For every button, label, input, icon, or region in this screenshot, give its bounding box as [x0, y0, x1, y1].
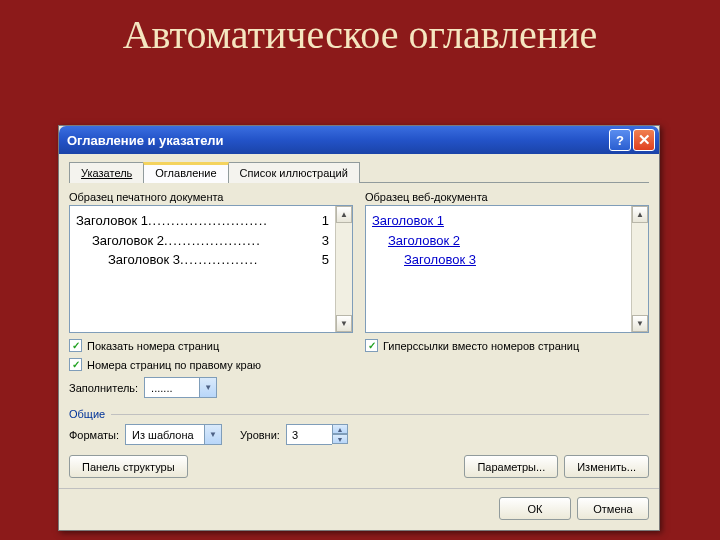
print-preview-label: Образец печатного документа [69, 191, 353, 203]
spin-up-icon[interactable]: ▲ [332, 424, 348, 434]
tab-index[interactable]: Указатель [69, 162, 144, 183]
params-button[interactable]: Параметры... [464, 455, 558, 478]
levels-label: Уровни: [240, 429, 280, 441]
print-preview: Заголовок 1..........................1 З… [69, 205, 353, 333]
show-pages-label: Показать номера страниц [87, 340, 219, 352]
outline-button[interactable]: Панель структуры [69, 455, 188, 478]
scrollbar[interactable]: ▲▼ [335, 206, 352, 332]
checkbox-hyperlinks[interactable]: ✓ [365, 339, 378, 352]
slide-title: Автоматическое оглавление [0, 0, 720, 58]
levels-input[interactable]: 3 [286, 424, 332, 445]
formats-label: Форматы: [69, 429, 119, 441]
help-button[interactable]: ? [609, 129, 631, 151]
hyperlinks-label: Гиперссылки вместо номеров страниц [383, 340, 579, 352]
modify-button[interactable]: Изменить... [564, 455, 649, 478]
scrollbar[interactable]: ▲▼ [631, 206, 648, 332]
chevron-down-icon[interactable]: ▼ [199, 378, 216, 397]
leader-label: Заполнитель: [69, 382, 138, 394]
formats-combo[interactable]: Из шаблона▼ [125, 424, 222, 445]
close-button[interactable]: ✕ [633, 129, 655, 151]
right-align-label: Номера страниц по правому краю [87, 359, 261, 371]
dialog-title: Оглавление и указатели [63, 133, 609, 148]
scroll-up-icon[interactable]: ▲ [336, 206, 352, 223]
scroll-down-icon[interactable]: ▼ [632, 315, 648, 332]
tab-strip: Указатель Оглавление Список иллюстраций [69, 162, 649, 183]
spin-down-icon[interactable]: ▼ [332, 434, 348, 444]
scroll-down-icon[interactable]: ▼ [336, 315, 352, 332]
cancel-button[interactable]: Отмена [577, 497, 649, 520]
checkbox-right-align[interactable]: ✓ [69, 358, 82, 371]
tab-toc[interactable]: Оглавление [143, 162, 228, 183]
ok-button[interactable]: ОК [499, 497, 571, 520]
chevron-down-icon[interactable]: ▼ [204, 425, 221, 444]
titlebar: Оглавление и указатели ? ✕ [59, 126, 659, 154]
dialog-toc: Оглавление и указатели ? ✕ Указатель Огл… [58, 125, 660, 531]
tab-figures[interactable]: Список иллюстраций [228, 162, 360, 183]
web-preview: Заголовок 1 Заголовок 2 Заголовок 3 ▲▼ [365, 205, 649, 333]
checkbox-show-pages[interactable]: ✓ [69, 339, 82, 352]
scroll-up-icon[interactable]: ▲ [632, 206, 648, 223]
leader-combo[interactable]: .......▼ [144, 377, 217, 398]
web-preview-label: Образец веб-документа [365, 191, 649, 203]
group-general: Общие [69, 408, 649, 420]
